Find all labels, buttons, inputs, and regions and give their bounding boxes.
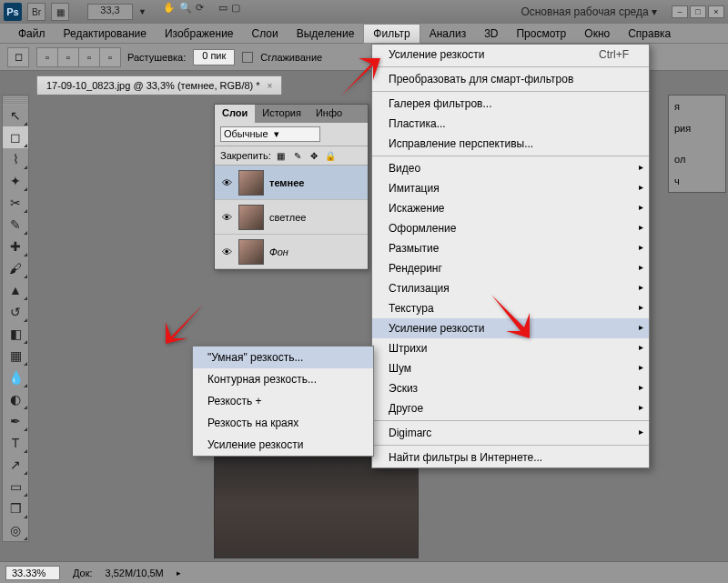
- selection-subtract-icon[interactable]: ▫: [78, 47, 100, 67]
- healing-tool[interactable]: ✚: [3, 236, 28, 257]
- lasso-tool[interactable]: ⌇: [3, 148, 28, 170]
- minibridge-button[interactable]: ▦: [51, 3, 69, 21]
- document-tab[interactable]: 17-09-10_0823.jpg @ 33,3% (темнее, RGB/8…: [36, 75, 282, 95]
- stamp-tool[interactable]: ▲: [3, 279, 28, 301]
- path-tool[interactable]: ↗: [3, 454, 28, 476]
- eraser-tool[interactable]: ◧: [3, 323, 28, 345]
- menu-select[interactable]: Выделение: [288, 25, 364, 43]
- menu-edit[interactable]: Редактирование: [55, 25, 156, 43]
- dock-item[interactable]: я: [669, 95, 725, 117]
- filter-liquify[interactable]: Пластика...: [372, 114, 649, 134]
- filter-group-render[interactable]: Рендеринг: [372, 258, 649, 278]
- selection-intersect-icon[interactable]: ▫: [99, 47, 121, 67]
- menu-layer[interactable]: Слои: [243, 25, 288, 43]
- feather-field[interactable]: 0 пик: [193, 49, 235, 65]
- dock-item[interactable]: ол: [669, 148, 725, 170]
- lock-all-icon[interactable]: 🔒: [324, 149, 337, 162]
- filter-group-artistic[interactable]: Имитация: [372, 178, 649, 198]
- screenmode-icon[interactable]: ▢: [231, 2, 240, 22]
- selection-add-icon[interactable]: ▫: [57, 47, 79, 67]
- crop-tool[interactable]: ✂: [3, 192, 28, 214]
- layer-thumbnail[interactable]: [238, 170, 264, 196]
- layer-row[interactable]: 👁 Фон: [215, 235, 368, 269]
- filter-group-video[interactable]: Видео: [372, 158, 649, 178]
- 3d-camera-tool[interactable]: ◎: [3, 519, 28, 541]
- dock-item[interactable]: ч: [669, 170, 725, 192]
- filter-group-sketch[interactable]: Эскиз: [372, 378, 649, 398]
- move-tool[interactable]: ↖: [3, 105, 28, 126]
- minimize-button[interactable]: –: [672, 5, 688, 18]
- filter-group-strokes[interactable]: Штрихи: [372, 338, 649, 358]
- menu-window[interactable]: Окно: [575, 25, 619, 43]
- pen-tool[interactable]: ✒: [3, 410, 28, 432]
- toolbox-grip[interactable]: [3, 95, 28, 105]
- menu-help[interactable]: Справка: [619, 25, 680, 43]
- filter-gallery[interactable]: Галерея фильтров...: [372, 94, 649, 114]
- workspace-switcher[interactable]: Основная рабочая среда ▾: [515, 4, 662, 20]
- shape-tool[interactable]: ▭: [3, 476, 28, 498]
- history-brush-tool[interactable]: ↺: [3, 301, 28, 323]
- maximize-button[interactable]: □: [690, 5, 706, 18]
- type-tool[interactable]: T: [3, 432, 28, 454]
- eyedropper-tool[interactable]: ✎: [3, 214, 28, 236]
- selection-new-icon[interactable]: ▫: [36, 47, 58, 67]
- gradient-tool[interactable]: ▦: [3, 345, 28, 367]
- 3d-tool[interactable]: ❒: [3, 498, 28, 519]
- sharpen-basic[interactable]: Усиление резкости: [193, 434, 373, 456]
- layer-name[interactable]: темнее: [269, 177, 304, 188]
- layer-row[interactable]: 👁 светлее: [215, 200, 368, 235]
- menu-filter[interactable]: Фильтр: [363, 24, 420, 44]
- close-tab-icon[interactable]: ×: [268, 81, 273, 91]
- filter-group-other[interactable]: Другое: [372, 398, 649, 418]
- dock-item[interactable]: рия: [669, 117, 725, 139]
- lock-position-icon[interactable]: ✥: [308, 149, 320, 162]
- sharpen-edges[interactable]: Резкость на краях: [193, 412, 373, 434]
- filter-convert-smart[interactable]: Преобразовать для смарт-фильтров: [372, 69, 649, 89]
- filter-digimarc[interactable]: Digimarc: [372, 423, 649, 443]
- menu-image[interactable]: Изображение: [156, 25, 243, 43]
- visibility-icon[interactable]: 👁: [220, 246, 233, 257]
- blur-tool[interactable]: 💧: [3, 367, 28, 388]
- zoom-level-field[interactable]: 33,3: [87, 4, 133, 20]
- lock-pixels-icon[interactable]: ✎: [291, 149, 304, 162]
- filter-vanishing-point[interactable]: Исправление перспективы...: [372, 134, 649, 154]
- current-tool-icon[interactable]: ◻: [7, 47, 29, 67]
- visibility-icon[interactable]: 👁: [220, 177, 233, 188]
- visibility-icon[interactable]: 👁: [220, 212, 233, 223]
- filter-group-noise[interactable]: Шум: [372, 358, 649, 378]
- close-button[interactable]: ×: [708, 5, 724, 18]
- lock-transparent-icon[interactable]: ▦: [275, 149, 288, 162]
- menu-view[interactable]: Просмотр: [507, 25, 575, 43]
- status-zoom-field[interactable]: 33.33%: [5, 566, 60, 580]
- brush-tool[interactable]: 🖌: [3, 257, 28, 279]
- bridge-button[interactable]: Br: [27, 3, 46, 21]
- hand-tool-icon[interactable]: ✋: [163, 2, 176, 22]
- layer-name[interactable]: Фон: [269, 246, 288, 257]
- filter-group-pixelate[interactable]: Оформление: [372, 218, 649, 238]
- sharpen-unsharp-mask[interactable]: Контурная резкость...: [193, 368, 373, 390]
- blend-mode-dropdown[interactable]: Обычные ▾: [220, 126, 320, 142]
- dodge-tool[interactable]: ◐: [3, 388, 28, 410]
- wand-tool[interactable]: ✦: [3, 170, 28, 192]
- layer-name[interactable]: светлее: [269, 212, 306, 223]
- panel-tab-history[interactable]: История: [255, 105, 308, 123]
- zoom-dropdown-icon[interactable]: ▼: [138, 7, 147, 16]
- panel-tab-info[interactable]: Инфо: [308, 105, 349, 123]
- arrange-icon[interactable]: ▭: [218, 2, 228, 22]
- layer-row[interactable]: 👁 темнее: [215, 166, 368, 200]
- rotate-view-icon[interactable]: ⟳: [196, 2, 204, 22]
- menu-analysis[interactable]: Анализ: [420, 25, 476, 43]
- filter-group-distort[interactable]: Искажение: [372, 198, 649, 218]
- layer-thumbnail[interactable]: [238, 205, 264, 230]
- zoom-tool-icon[interactable]: 🔍: [179, 2, 192, 22]
- status-menu-icon[interactable]: ▸: [177, 568, 181, 578]
- filter-last[interactable]: Усиление резкости Ctrl+F: [372, 45, 649, 65]
- menu-file[interactable]: Файл: [9, 25, 55, 43]
- panel-tab-layers[interactable]: Слои: [215, 105, 255, 123]
- menu-3d[interactable]: 3D: [475, 25, 507, 43]
- layer-thumbnail[interactable]: [238, 239, 264, 265]
- filter-group-blur[interactable]: Размытие: [372, 238, 649, 258]
- marquee-tool[interactable]: ◻: [3, 126, 28, 148]
- antialias-checkbox[interactable]: [242, 52, 253, 63]
- sharpen-smart[interactable]: "Умная" резкость...: [193, 347, 373, 368]
